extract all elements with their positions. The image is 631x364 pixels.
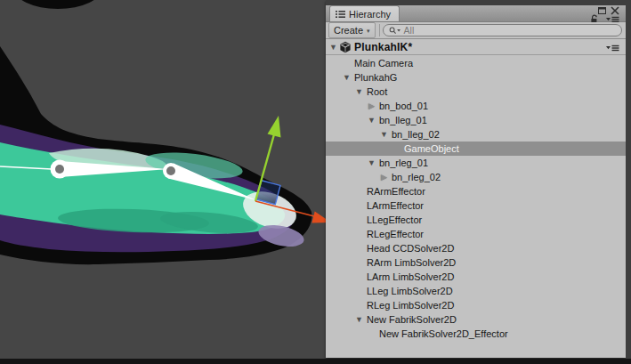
foldout-open-icon[interactable]: ▼ (353, 312, 365, 327)
tree-row-label: GameObject (404, 142, 459, 156)
tree-row[interactable]: New FabrikSolver2D_Effector (326, 327, 626, 341)
search-input[interactable]: All (383, 24, 622, 36)
hierarchy-tree: Main Camera▼PlunkahG▼Root▶bn_bod_01▼bn_l… (326, 55, 626, 358)
y-axis-arrow[interactable] (268, 116, 281, 138)
panel-menu-icon (606, 44, 619, 52)
tab-hierarchy[interactable]: Hierarchy (329, 5, 400, 21)
tree-row[interactable]: LLeg LimbSolver2D (326, 284, 626, 298)
tree-row-label: bn_bod_01 (379, 99, 428, 113)
tree-row[interactable]: ▼bn_lleg_02 (326, 127, 626, 142)
tab-label: Hierarchy (349, 9, 391, 20)
list-icon (336, 10, 345, 19)
tree-row[interactable]: ▼PlunkahG (326, 70, 626, 85)
tree-row[interactable]: LArmEffector (326, 198, 626, 213)
scene-foldout[interactable]: ▼ (328, 43, 339, 52)
tree-row-label: LArm LimbSolver2D (367, 270, 454, 284)
tree-row[interactable]: Head CCDSolver2D (326, 241, 626, 255)
foldout-open-icon[interactable]: ▼ (366, 113, 377, 127)
unity-editor-window: Hierarchy (0, 0, 631, 364)
unity-logo-icon (339, 41, 352, 53)
tree-row[interactable]: ▼bn_lleg_01 (326, 113, 626, 127)
tree-row[interactable]: LArm LimbSolver2D (326, 270, 626, 284)
magnifier-icon[interactable] (389, 27, 401, 35)
foldout-open-icon[interactable]: ▼ (378, 127, 390, 142)
tree-row[interactable]: GameObject (326, 142, 626, 156)
create-button[interactable]: Create ▾ (328, 22, 376, 38)
foldout-open-icon[interactable]: ▼ (341, 70, 352, 85)
tree-row[interactable]: RLeg LimbSolver2D (326, 298, 626, 312)
scene-row-menu-button[interactable] (605, 44, 619, 52)
tree-row-label: Root (367, 85, 387, 99)
tree-row-label: RLegEffector (367, 227, 424, 241)
tree-row-label: PlunkahG (354, 70, 397, 85)
close-button[interactable] (610, 5, 619, 15)
tree-row[interactable]: RArm LimbSolver2D (326, 255, 626, 270)
maximize-icon (598, 7, 606, 14)
tree-row[interactable]: RLegEffector (326, 227, 626, 241)
tree-row-label: New FabrikSolver2D_Effector (379, 327, 508, 341)
tree-row-label: Head CCDSolver2D (367, 241, 454, 255)
search-mode-text: All (404, 25, 415, 36)
window-right-edge (626, 0, 631, 359)
close-icon (611, 6, 619, 15)
window-bottom-edge (0, 359, 631, 364)
tree-row-label: LLegEffector (367, 213, 422, 227)
foldout-closed-icon[interactable]: ▶ (366, 99, 377, 113)
foldout-open-icon[interactable]: ▼ (366, 156, 377, 170)
tree-row-label: bn_rleg_02 (392, 170, 441, 184)
tree-row[interactable]: LLegEffector (326, 213, 626, 227)
scene-row[interactable]: ▼ PlunkahIK* (326, 39, 626, 55)
tree-row[interactable]: ▼bn_rleg_01 (326, 156, 626, 170)
tree-row-label: RLeg LimbSolver2D (367, 298, 454, 312)
tree-row-label: Main Camera (354, 56, 413, 70)
toolbar-separator (379, 24, 380, 36)
create-dropdown-caret: ▾ (367, 28, 370, 34)
tree-row-label: bn_lleg_01 (379, 113, 427, 127)
tree-row-label: bn_rleg_01 (379, 156, 428, 170)
foldout-open-icon[interactable]: ▼ (353, 85, 365, 99)
tree-row-label: LLeg LimbSolver2D (367, 284, 453, 298)
tree-row[interactable]: RArmEffector (326, 184, 626, 198)
bone-joint-2-dot[interactable] (166, 166, 175, 175)
tree-row-label: LArmEffector (367, 198, 424, 213)
create-button-label: Create (334, 25, 363, 36)
creature-limb-sprite (0, 0, 311, 264)
maximize-button[interactable] (597, 6, 606, 14)
bone-joint-1-dot[interactable] (55, 165, 64, 174)
hierarchy-toolbar: Create ▾ All (326, 22, 626, 39)
tree-row[interactable]: ▼New FabrikSolver2D (326, 312, 626, 327)
tab-strip: Hierarchy (326, 5, 626, 22)
tree-row[interactable]: ▼Root (326, 85, 626, 99)
tree-row-label: bn_lleg_02 (392, 127, 440, 142)
tree-row-label: RArmEffector (367, 184, 425, 198)
creature-offscreen-blob (13, 0, 102, 9)
tree-row[interactable]: ▶bn_bod_01 (326, 99, 626, 113)
tree-row-label: RArm LimbSolver2D (367, 255, 456, 270)
hierarchy-panel: Hierarchy (326, 0, 626, 358)
foldout-closed-icon[interactable]: ▶ (378, 170, 390, 184)
tree-row-label: New FabrikSolver2D (367, 312, 457, 327)
tree-row[interactable]: ▶bn_rleg_02 (326, 170, 626, 184)
tree-row[interactable]: Main Camera (326, 56, 626, 70)
scene-name: PlunkahIK* (354, 41, 412, 53)
